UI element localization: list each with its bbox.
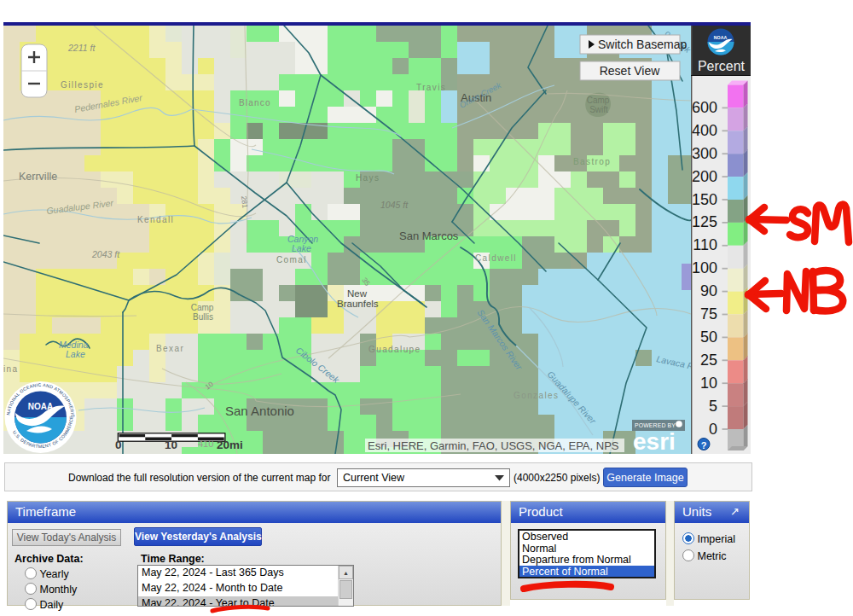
svg-text:600: 600 [692, 99, 717, 116]
svg-text:Percent: Percent [698, 59, 746, 73]
svg-text:Guadalupe: Guadalupe [368, 345, 421, 354]
svg-text:Caldwell: Caldwell [475, 253, 517, 263]
svg-text:125: 125 [692, 213, 717, 230]
svg-text:200: 200 [692, 168, 717, 185]
svg-text:20mi: 20mi [217, 439, 243, 451]
svg-text:San Marcos: San Marcos [399, 230, 459, 242]
svg-text:Travis: Travis [416, 83, 446, 92]
svg-text:300: 300 [692, 145, 717, 162]
svg-text:75: 75 [700, 305, 717, 323]
svg-text:ina: ina [3, 364, 19, 374]
svg-text:Lake: Lake [66, 349, 85, 359]
svg-text:Bexar: Bexar [156, 344, 184, 353]
svg-text:NOAA: NOAA [714, 35, 728, 40]
svg-text:281: 281 [240, 195, 249, 208]
svg-text:50: 50 [700, 328, 717, 346]
svg-text:Blanco: Blanco [239, 98, 271, 108]
svg-text:Reset View: Reset View [600, 64, 660, 78]
svg-text:Lake: Lake [292, 243, 311, 253]
svg-text:NOAA: NOAA [28, 402, 53, 411]
svg-text:0: 0 [115, 439, 122, 451]
svg-text:Switch Basemap: Switch Basemap [598, 38, 687, 51]
svg-text:100: 100 [692, 259, 717, 276]
svg-text:Camp: Camp [191, 303, 214, 312]
svg-text:Bastrop: Bastrop [573, 157, 611, 166]
svg-text:Swift: Swift [589, 105, 608, 114]
svg-text:?: ? [701, 440, 707, 450]
svg-text:San Antonio: San Antonio [225, 404, 294, 418]
svg-text:5: 5 [709, 398, 717, 415]
svg-text:10: 10 [165, 439, 177, 451]
svg-text:Gonzales: Gonzales [514, 391, 559, 400]
svg-text:Hays: Hays [356, 173, 380, 183]
svg-text:Camp: Camp [587, 96, 610, 105]
svg-text:90: 90 [700, 282, 717, 299]
svg-text:Kerrville: Kerrville [19, 171, 57, 183]
svg-text:0: 0 [709, 421, 717, 438]
svg-text:10: 10 [700, 375, 717, 392]
svg-text:Braunfels: Braunfels [337, 299, 379, 309]
svg-text:110: 110 [693, 236, 717, 253]
svg-text:150: 150 [692, 191, 717, 208]
svg-text:Comal: Comal [276, 255, 307, 264]
svg-text:Esri, HERE, Garmin, FAO, USGS,: Esri, HERE, Garmin, FAO, USGS, NGA, EPA,… [368, 439, 619, 452]
svg-text:Kendall: Kendall [137, 215, 174, 224]
svg-text:25: 25 [700, 352, 717, 369]
svg-text:Bullis: Bullis [193, 312, 213, 322]
svg-text:Gillespie: Gillespie [61, 80, 104, 90]
svg-text:2211 ft: 2211 ft [67, 43, 96, 53]
svg-text:400: 400 [692, 122, 717, 139]
svg-text:410: 410 [198, 439, 213, 449]
svg-text:2043 ft: 2043 ft [91, 249, 120, 259]
svg-text:esri: esri [633, 428, 676, 454]
svg-text:POWERED BY: POWERED BY [635, 422, 676, 428]
svg-text:New: New [347, 288, 368, 299]
svg-text:1045 ft: 1045 ft [380, 200, 409, 210]
